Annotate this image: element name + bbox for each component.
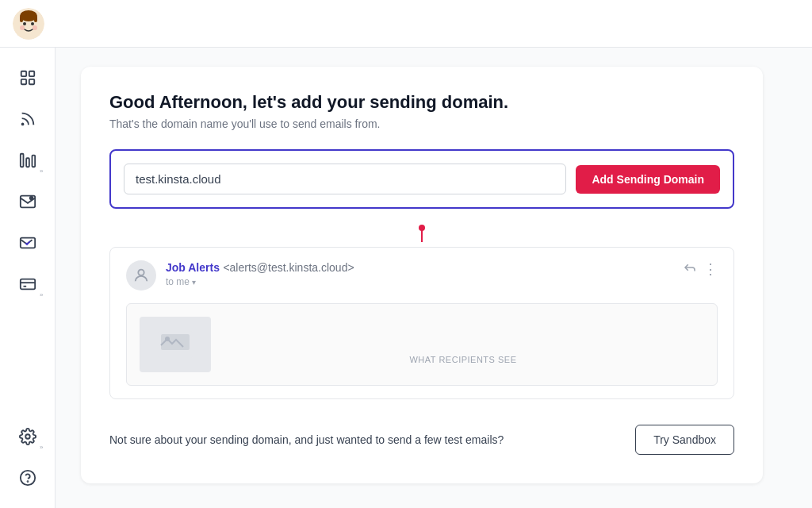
- main-layout: » »: [0, 48, 812, 508]
- page-subtitle: That's the domain name you'll use to sen…: [109, 117, 734, 130]
- top-header: [0, 0, 812, 48]
- sidebar-item-settings[interactable]: »: [10, 419, 45, 454]
- email-sender-info: Job Alerts <alerts@test.kinsta.cloud> to…: [166, 260, 354, 287]
- svg-point-23: [138, 270, 144, 275]
- svg-rect-13: [20, 154, 23, 167]
- svg-point-6: [20, 25, 25, 30]
- add-domain-button[interactable]: Add Sending Domain: [576, 165, 720, 194]
- arrow-dot: [419, 225, 425, 231]
- svg-point-5: [31, 22, 34, 25]
- content-area: Good Afternoon, let's add your sending d…: [56, 48, 812, 508]
- chevron-settings-icon: »: [40, 444, 43, 451]
- svg-rect-15: [32, 156, 35, 167]
- sidebar-item-help[interactable]: [10, 460, 45, 495]
- email-to-label: to me: [166, 276, 190, 287]
- svg-point-22: [27, 481, 28, 482]
- try-sandbox-button[interactable]: Try Sandbox: [635, 425, 734, 455]
- email-from-line: Job Alerts <alerts@test.kinsta.cloud>: [166, 260, 354, 275]
- svg-point-17: [29, 196, 33, 201]
- avatar: [13, 8, 44, 40]
- svg-rect-10: [21, 79, 25, 84]
- domain-input[interactable]: [124, 164, 566, 194]
- svg-point-20: [25, 434, 30, 439]
- email-sender-address: <alerts@test.kinsta.cloud>: [223, 261, 354, 274]
- svg-rect-8: [21, 71, 25, 76]
- email-preview-card: Job Alerts <alerts@test.kinsta.cloud> to…: [109, 247, 734, 399]
- reply-icon[interactable]: [683, 260, 697, 278]
- bottom-text: Not sure about your sending domain, and …: [109, 433, 504, 446]
- arrow-connector: [109, 225, 734, 244]
- svg-rect-2: [20, 16, 23, 22]
- sidebar-item-analytics[interactable]: »: [10, 143, 45, 178]
- sidebar-item-dashboard[interactable]: [10, 60, 45, 95]
- svg-rect-14: [26, 158, 29, 167]
- email-header: Job Alerts <alerts@test.kinsta.cloud> to…: [126, 260, 718, 291]
- recipients-label: WHAT RECIPIENTS SEE: [222, 355, 704, 364]
- svg-rect-11: [29, 79, 33, 84]
- email-avatar: [126, 260, 156, 291]
- svg-point-12: [21, 124, 23, 125]
- email-sender-name: Job Alerts: [166, 261, 220, 274]
- svg-point-26: [165, 337, 170, 341]
- page-title: Good Afternoon, let's add your sending d…: [109, 92, 734, 113]
- sidebar-item-subscribers[interactable]: [10, 225, 45, 260]
- svg-point-4: [23, 22, 26, 25]
- main-card: Good Afternoon, let's add your sending d…: [81, 67, 763, 483]
- sidebar-item-billing[interactable]: »: [10, 267, 45, 302]
- email-to-arrow-icon: ▾: [192, 278, 196, 287]
- chevron-icon: »: [40, 167, 43, 175]
- sidebar-item-rss[interactable]: [10, 102, 45, 137]
- email-to-line: to me ▾: [166, 276, 354, 287]
- email-actions: ⋮: [683, 260, 718, 278]
- bottom-section: Not sure about your sending domain, and …: [109, 421, 734, 455]
- domain-section: Add Sending Domain: [109, 149, 734, 209]
- placeholder-image: [140, 317, 211, 372]
- recipients-preview: WHAT RECIPIENTS SEE: [126, 303, 718, 386]
- chevron-billing-icon: »: [40, 291, 43, 298]
- sidebar: » »: [0, 48, 56, 508]
- recipients-inner: WHAT RECIPIENTS SEE: [222, 325, 704, 364]
- sidebar-item-email[interactable]: [10, 184, 45, 219]
- svg-rect-9: [29, 71, 33, 76]
- svg-rect-19: [20, 279, 34, 290]
- svg-rect-3: [34, 16, 37, 22]
- svg-point-7: [33, 25, 37, 30]
- more-options-icon[interactable]: ⋮: [703, 260, 718, 278]
- email-header-left: Job Alerts <alerts@test.kinsta.cloud> to…: [126, 260, 354, 291]
